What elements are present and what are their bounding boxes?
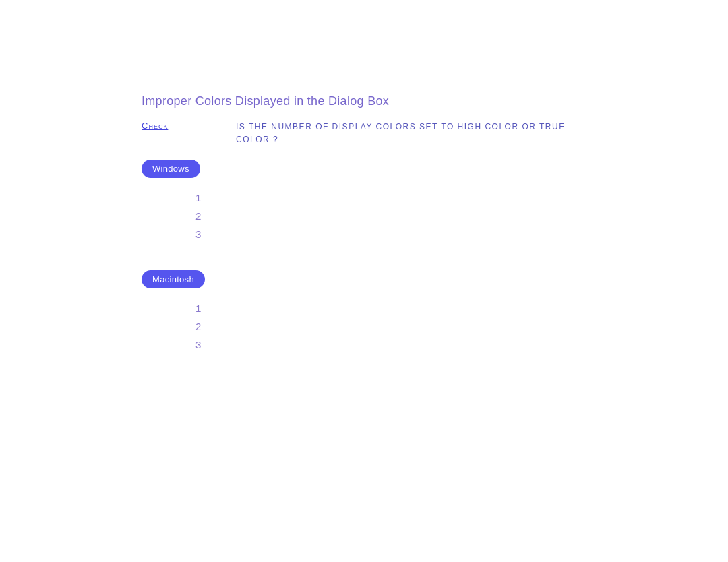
macintosh-section: Macintosh 1 2 3	[142, 270, 566, 354]
check-description-line1: Is the number of display colors set to H…	[236, 122, 566, 131]
list-item: 3	[195, 336, 566, 354]
windows-section: Windows 1 2 3	[142, 160, 566, 243]
list-item: 3	[195, 225, 566, 243]
page-title: Improper Colors Displayed in the Dialog …	[142, 94, 566, 108]
check-row: Check Is the number of display colors se…	[142, 121, 566, 146]
list-item: 1	[195, 299, 566, 317]
page-container: Improper Colors Displayed in the Dialog …	[0, 0, 728, 562]
list-item: 2	[195, 207, 566, 225]
check-description-line2: Color ?	[236, 135, 278, 144]
windows-button[interactable]: Windows	[142, 160, 200, 178]
macintosh-list: 1 2 3	[195, 299, 566, 354]
macintosh-button[interactable]: Macintosh	[142, 270, 205, 288]
windows-list: 1 2 3	[195, 189, 566, 243]
check-description: Is the number of display colors set to H…	[236, 121, 566, 146]
main-content: Improper Colors Displayed in the Dialog …	[142, 94, 566, 381]
list-item: 1	[195, 189, 566, 207]
list-item: 2	[195, 317, 566, 336]
check-link[interactable]: Check	[142, 121, 195, 131]
